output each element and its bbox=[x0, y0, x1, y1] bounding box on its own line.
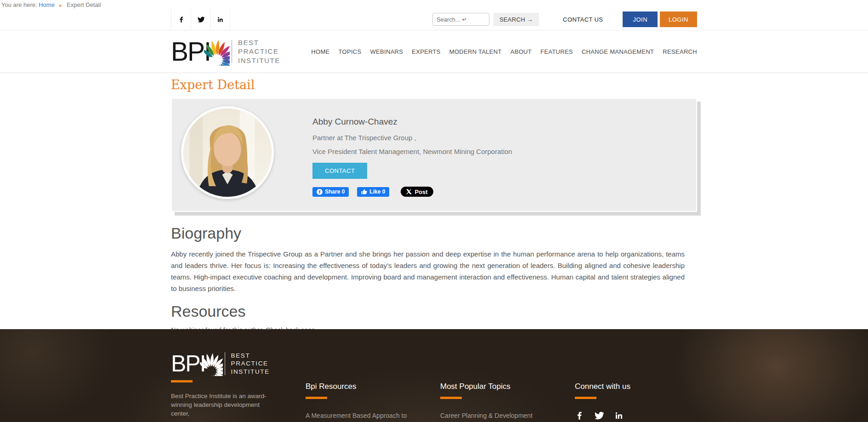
breadcrumb-current: Expert Detail bbox=[67, 1, 101, 8]
nav-change-management[interactable]: CHANGE MANAGEMENT bbox=[582, 48, 654, 55]
logo-wordmark: BEST PRACTICE INSTITUTE bbox=[238, 38, 280, 65]
footer-bpi-logo[interactable]: BPI bbox=[171, 351, 306, 376]
footer-logo-fan-icon bbox=[200, 340, 223, 376]
facebook-like-button[interactable]: Like 0 bbox=[357, 187, 389, 197]
expert-role-1: Partner at The Trispective Group , bbox=[312, 134, 512, 142]
contact-expert-button[interactable]: CONTACT bbox=[312, 163, 367, 179]
footer-facebook-icon[interactable] bbox=[575, 411, 584, 420]
share-row: Share 0 Like 0 Post bbox=[312, 187, 512, 197]
x-logo-icon bbox=[406, 189, 412, 194]
search-button[interactable]: SEARCH → bbox=[494, 13, 539, 26]
x-post-button[interactable]: Post bbox=[401, 187, 433, 197]
biography-title: Biography bbox=[171, 224, 697, 242]
footer-accent-bar bbox=[306, 397, 327, 399]
logo-divider bbox=[232, 40, 232, 63]
nav-about[interactable]: ABOUT bbox=[511, 48, 532, 55]
footer-connect-title: Connect with us bbox=[575, 382, 697, 391]
nav-modern-talent[interactable]: MODERN TALENT bbox=[449, 48, 502, 55]
footer-linkedin-icon[interactable] bbox=[614, 411, 624, 420]
facebook-circle-icon bbox=[317, 189, 323, 195]
facebook-icon[interactable] bbox=[171, 9, 191, 30]
page-title: Expert Detail bbox=[171, 78, 697, 92]
top-bar: SEARCH → CONTACT US JOIN LOGIN bbox=[0, 9, 868, 30]
nav-topics[interactable]: TOPICS bbox=[339, 48, 362, 55]
login-button[interactable]: LOGIN bbox=[660, 11, 697, 27]
expert-role-2: Vice President Talent Management, Newmon… bbox=[312, 148, 512, 155]
footer-accent-bar bbox=[575, 397, 596, 399]
footer-accent-bar bbox=[171, 380, 193, 382]
footer-about-text: Best Practice Institute is an award-winn… bbox=[171, 392, 279, 418]
nav-home[interactable]: HOME bbox=[311, 48, 329, 55]
site-header: BPI bbox=[0, 30, 868, 73]
breadcrumb-prefix: You are here: bbox=[1, 1, 37, 8]
footer-resource-link[interactable]: A Measurement Based Approach to Leadersh… bbox=[306, 410, 421, 422]
expert-name: Abby Curnow-Chavez bbox=[312, 117, 512, 127]
footer-resources-title: Bpi Resources bbox=[306, 382, 440, 391]
footer-twitter-icon[interactable] bbox=[595, 411, 604, 420]
breadcrumb-home-link[interactable]: Home bbox=[39, 1, 55, 8]
expert-card: Abby Curnow-Chavez Partner at The Trispe… bbox=[171, 98, 697, 212]
nav-webinars[interactable]: WEBINARS bbox=[370, 48, 403, 55]
nav-research[interactable]: RESEARCH bbox=[663, 48, 697, 55]
facebook-share-button[interactable]: Share 0 bbox=[312, 187, 349, 197]
footer-topics-title: Most Popular Topics bbox=[440, 382, 575, 391]
breadcrumb: You are here: Home ▸ Expert Detail bbox=[0, 0, 868, 9]
thumbs-up-icon bbox=[361, 189, 367, 195]
bpi-logo[interactable]: BPI bbox=[171, 37, 280, 66]
footer: BPI bbox=[0, 329, 868, 422]
contact-us-link[interactable]: CONTACT US bbox=[563, 16, 603, 23]
footer-accent-bar bbox=[440, 397, 462, 399]
expert-avatar bbox=[181, 106, 274, 199]
nav-experts[interactable]: EXPERTS bbox=[412, 48, 441, 55]
main-nav: HOME TOPICS WEBINARS EXPERTS MODERN TALE… bbox=[311, 48, 697, 55]
footer-topic-link[interactable]: Career Planning & Development bbox=[440, 410, 556, 422]
search-input[interactable] bbox=[432, 13, 489, 26]
resources-title: Resources bbox=[171, 302, 697, 320]
biography-text: Abby recently joined the Trispective Gro… bbox=[171, 248, 685, 294]
breadcrumb-arrow-icon: ▸ bbox=[60, 3, 62, 8]
logo-fan-icon bbox=[204, 25, 230, 66]
nav-features[interactable]: FEATURES bbox=[540, 48, 573, 55]
join-button[interactable]: JOIN bbox=[623, 11, 658, 27]
